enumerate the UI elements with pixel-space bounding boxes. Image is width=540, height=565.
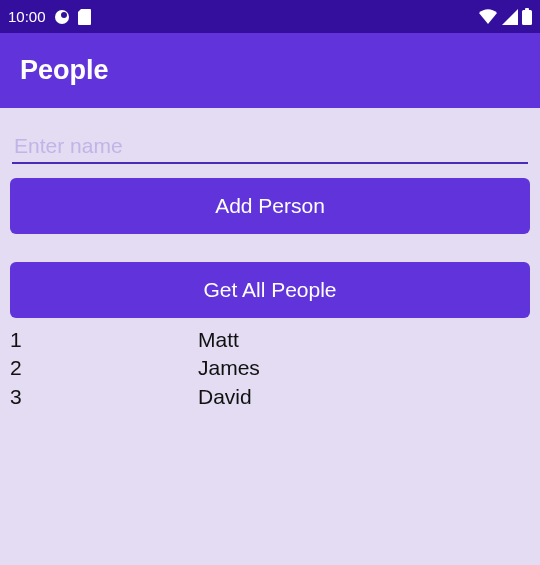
- list-item: 3 David: [10, 383, 530, 411]
- list-item: 2 James: [10, 354, 530, 382]
- person-id: 2: [10, 354, 198, 382]
- get-all-people-button[interactable]: Get All People: [10, 262, 530, 318]
- main-content: Add Person Get All People 1 Matt 2 James…: [0, 108, 540, 411]
- circle-notch-icon: [54, 9, 70, 25]
- person-name: David: [198, 383, 530, 411]
- page-title: People: [20, 55, 109, 86]
- svg-point-1: [61, 12, 67, 18]
- svg-rect-2: [522, 10, 532, 25]
- person-id: 1: [10, 326, 198, 354]
- people-list: 1 Matt 2 James 3 David: [10, 326, 530, 411]
- status-right: [478, 8, 532, 25]
- battery-icon: [522, 8, 532, 25]
- svg-rect-3: [525, 8, 529, 11]
- signal-icon: [502, 9, 518, 25]
- person-name: Matt: [198, 326, 530, 354]
- person-id: 3: [10, 383, 198, 411]
- sd-card-icon: [78, 9, 91, 25]
- status-time: 10:00: [8, 8, 46, 25]
- app-bar: People: [0, 33, 540, 108]
- add-person-button[interactable]: Add Person: [10, 178, 530, 234]
- name-input[interactable]: [12, 130, 528, 164]
- person-name: James: [198, 354, 530, 382]
- wifi-icon: [478, 9, 498, 25]
- list-item: 1 Matt: [10, 326, 530, 354]
- status-bar: 10:00: [0, 0, 540, 33]
- status-left: 10:00: [8, 8, 91, 25]
